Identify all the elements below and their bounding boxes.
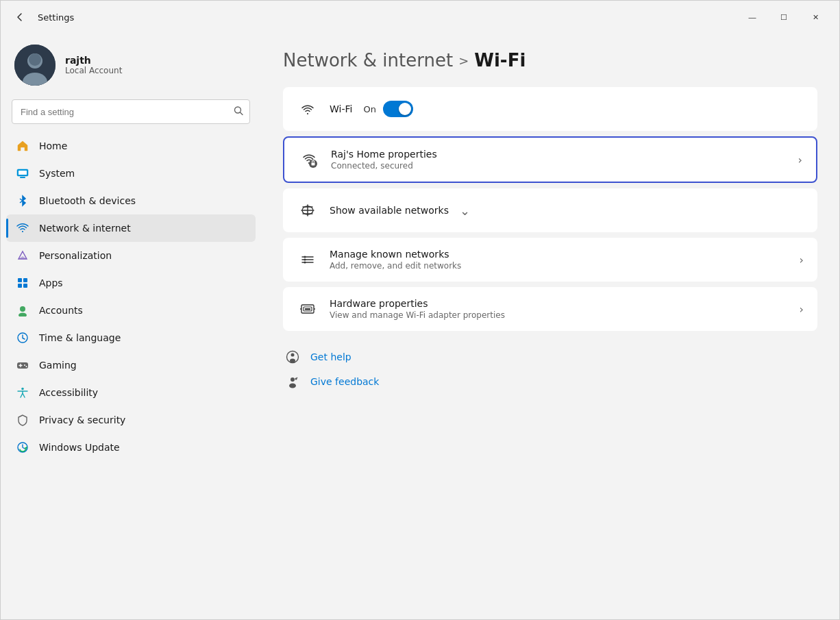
sidebar-item-apps-label: Apps [39, 277, 63, 288]
breadcrumb-separator: > [458, 53, 469, 68]
accessibility-icon [16, 386, 29, 399]
home-properties-chevron: › [798, 153, 802, 166]
svg-point-42 [290, 359, 295, 363]
personalization-icon [16, 249, 29, 262]
sidebar-item-system-label: System [39, 168, 75, 179]
back-button[interactable] [9, 6, 31, 28]
sidebar-item-accessibility-label: Accessibility [39, 387, 98, 398]
manage-networks-card: Manage known networks Add, remove, and e… [283, 238, 817, 282]
sidebar-item-update-label: Windows Update [39, 442, 120, 453]
svg-rect-11 [18, 278, 22, 282]
wifi-toggle[interactable] [383, 101, 413, 117]
window-controls: — ☐ ✕ [737, 6, 831, 28]
close-button[interactable]: ✕ [800, 6, 831, 28]
maximize-button[interactable]: ☐ [768, 6, 800, 28]
sidebar-item-privacy[interactable]: Privacy & security [6, 406, 256, 434]
sidebar-item-gaming[interactable]: Gaming [6, 351, 256, 379]
user-type: Local Account [65, 66, 122, 75]
sidebar-item-gaming-label: Gaming [39, 360, 77, 371]
svg-point-15 [20, 306, 25, 312]
give-feedback-item[interactable]: Give feedback [283, 372, 817, 391]
toggle-thumb [399, 103, 411, 115]
hardware-properties-chevron: › [800, 303, 804, 316]
get-help-link[interactable]: Get help [310, 351, 351, 362]
svg-rect-12 [23, 278, 27, 282]
svg-point-43 [291, 377, 295, 382]
sidebar-item-network[interactable]: Network & internet [6, 214, 256, 242]
svg-line-5 [240, 112, 243, 115]
gaming-icon [16, 358, 29, 372]
manage-networks-icon [297, 249, 319, 271]
hardware-properties-subtitle: View and manage Wi-Fi adapter properties [330, 310, 789, 320]
home-icon [16, 139, 29, 153]
manage-networks-subtitle: Add, remove, and edit networks [330, 261, 789, 271]
sidebar-item-bluetooth[interactable]: Bluetooth & devices [6, 187, 256, 214]
sidebar-item-network-label: Network & internet [39, 223, 131, 234]
breadcrumb-parent[interactable]: Network & internet [283, 50, 453, 71]
manage-networks-text: Manage known networks Add, remove, and e… [330, 249, 789, 271]
minimize-button[interactable]: — [737, 6, 768, 28]
search-box [12, 99, 250, 124]
svg-point-16 [18, 313, 27, 317]
content-area: rajth Local Account Home [1, 34, 839, 619]
home-properties-card[interactable]: Raj's Home properties Connected, secured… [283, 136, 817, 183]
breadcrumb-current: Wi-Fi [474, 50, 526, 71]
available-networks-title: Show available networks [330, 205, 449, 216]
svg-point-41 [291, 354, 295, 357]
svg-rect-27 [312, 163, 315, 166]
sidebar-item-privacy-label: Privacy & security [39, 414, 125, 425]
hardware-properties-icon [297, 298, 319, 320]
svg-line-46 [296, 377, 297, 379]
apps-icon [16, 276, 29, 290]
sidebar-item-system[interactable]: System [6, 160, 256, 187]
sidebar-item-update[interactable]: Windows Update [6, 434, 256, 461]
sidebar-item-accounts[interactable]: Accounts [6, 297, 256, 324]
home-properties-text: Raj's Home properties Connected, secured [331, 149, 787, 171]
hardware-properties-title: Hardware properties [330, 298, 789, 309]
svg-point-32 [304, 256, 306, 258]
search-icon [234, 106, 243, 118]
svg-point-23 [21, 388, 24, 390]
available-networks-icon [297, 199, 319, 221]
user-section[interactable]: rajth Local Account [1, 34, 261, 99]
wifi-toggle-title: Wi-Fi [330, 103, 352, 114]
svg-rect-14 [23, 284, 27, 288]
system-icon [16, 166, 29, 180]
give-feedback-icon [283, 372, 302, 391]
main-content: Network & internet > Wi-Fi Wi-Fi [261, 34, 839, 619]
available-networks-row[interactable]: Show available networks ⌄ [283, 188, 817, 232]
manage-networks-row[interactable]: Manage known networks Add, remove, and e… [283, 238, 817, 282]
get-help-icon [283, 347, 302, 367]
svg-point-33 [304, 259, 306, 261]
sidebar-item-time[interactable]: Time & language [6, 324, 256, 351]
available-networks-chevron: ⌄ [460, 203, 470, 218]
svg-point-34 [304, 262, 306, 264]
home-properties-subtitle: Connected, secured [331, 161, 787, 171]
svg-rect-7 [20, 177, 25, 178]
search-input[interactable] [12, 99, 250, 124]
available-networks-card: Show available networks ⌄ [283, 188, 817, 232]
sidebar-item-home[interactable]: Home [6, 132, 256, 160]
accounts-icon [16, 303, 29, 317]
settings-window: Settings — ☐ ✕ rajth [0, 0, 840, 620]
wifi-toggle-right: On [363, 101, 412, 117]
get-help-item[interactable]: Get help [283, 347, 817, 367]
window-title: Settings [38, 12, 74, 23]
hardware-properties-row[interactable]: Hardware properties View and manage Wi-F… [283, 287, 817, 331]
svg-rect-8 [18, 171, 27, 175]
home-properties-row[interactable]: Raj's Home properties Connected, secured… [284, 138, 816, 182]
home-properties-title: Raj's Home properties [331, 149, 787, 160]
network-icon [16, 221, 29, 235]
sidebar-item-bluetooth-label: Bluetooth & devices [39, 195, 136, 206]
sidebar-item-personalization[interactable]: Personalization [6, 242, 256, 269]
sidebar-item-personalization-label: Personalization [39, 250, 112, 261]
sidebar-item-accessibility[interactable]: Accessibility [6, 379, 256, 406]
svg-point-22 [26, 366, 27, 367]
wifi-toggle-row[interactable]: Wi-Fi On [283, 87, 817, 131]
avatar [14, 45, 55, 86]
titlebar: Settings — ☐ ✕ [1, 1, 839, 34]
titlebar-left: Settings [9, 6, 74, 28]
sidebar-item-apps[interactable]: Apps [6, 269, 256, 297]
give-feedback-link[interactable]: Give feedback [310, 376, 379, 387]
hardware-properties-card: Hardware properties View and manage Wi-F… [283, 287, 817, 331]
